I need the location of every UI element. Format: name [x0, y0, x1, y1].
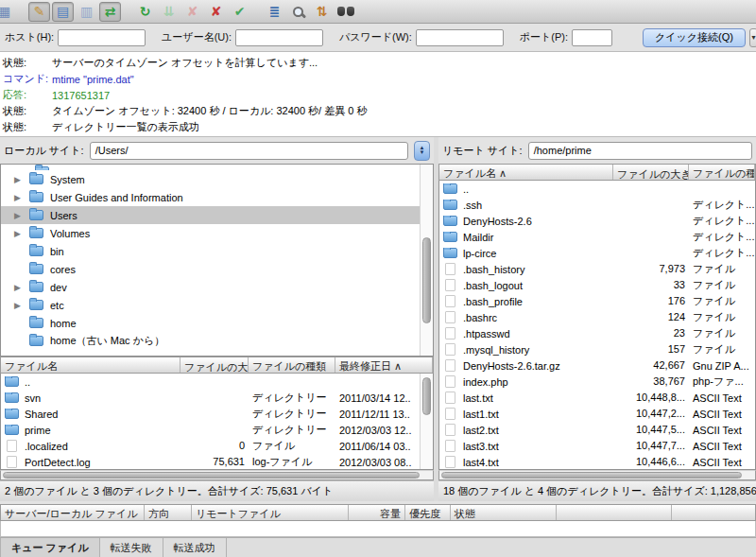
file-row[interactable]: .. [1, 374, 433, 390]
file-row[interactable]: .. [439, 181, 755, 197]
file-name: Maildir [463, 232, 493, 243]
column-header[interactable]: 状態 [451, 505, 557, 520]
tree-item[interactable]: System [1, 170, 433, 188]
column-header[interactable]: 方向 [145, 505, 192, 520]
expand-arrow-icon[interactable] [14, 193, 29, 202]
host-input[interactable] [58, 29, 146, 46]
file-row[interactable]: svnディレクトリー2011/03/14 12.. [1, 390, 433, 406]
filter-button[interactable]: ≣ [264, 2, 285, 22]
password-input[interactable] [416, 29, 504, 46]
file-row[interactable]: DenyHosts-2.6.tar.gz42,667Gnu ZIP A... [439, 357, 755, 374]
scrollbar-thumb[interactable] [441, 472, 742, 479]
tree-item[interactable]: cores [1, 260, 433, 278]
folder-icon [443, 216, 457, 226]
tree-item[interactable]: home（古い Mac から） [1, 332, 433, 350]
file-row[interactable]: Maildirディレクト... [439, 229, 755, 245]
directory-comparison-button[interactable] [287, 2, 309, 22]
queue-body [0, 521, 756, 537]
expand-arrow-icon[interactable] [14, 211, 29, 220]
remote-panel: リモート サイト: /home/prime ファイル名 ∧ファイルの大きファイル… [438, 137, 756, 501]
file-row[interactable]: last.txt10,448,8...ASCII Text [439, 390, 755, 406]
toggle-remote-tree-button[interactable]: ▥ [76, 2, 97, 22]
synchronized-browsing-button[interactable]: ⇅ [311, 2, 333, 22]
folder-icon [29, 282, 43, 292]
username-input[interactable] [235, 29, 323, 46]
tree-item[interactable]: home [1, 314, 433, 332]
remote-horizontal-scrollbar[interactable] [438, 470, 756, 480]
toggle-queue-button[interactable]: ⇄ [99, 2, 121, 22]
file-row[interactable]: .htpasswd23ファイル [439, 325, 755, 341]
file-row[interactable]: PortDetect.log75,631log-ファイル2012/03/03 0… [1, 454, 433, 470]
scrollbar-thumb[interactable] [422, 377, 431, 415]
find-files-button[interactable] [335, 2, 356, 22]
column-header[interactable]: ファイルの大き [613, 165, 689, 180]
local-list-scrollbar[interactable] [420, 374, 433, 469]
tree-item[interactable]: dev [1, 278, 433, 296]
file-row[interactable]: .localized0ファイル2011/06/14 03.. [1, 438, 433, 454]
column-header[interactable]: ファイルの種類 [249, 357, 335, 373]
column-header[interactable]: ファイルの大き [180, 357, 249, 373]
remote-site-combo[interactable]: /home/prime [528, 142, 752, 160]
local-site-stepper[interactable] [414, 141, 430, 161]
port-input[interactable] [572, 29, 612, 46]
column-header[interactable]: ファイル名 ∧ [439, 165, 613, 180]
file-type-cell: ファイル [689, 310, 755, 324]
file-name-cell: svn [1, 392, 180, 404]
tree-item[interactable]: Volumes [1, 224, 433, 242]
file-name-cell: lp-circe [439, 248, 613, 259]
remote-file-list-header: ファイル名 ∧ファイルの大きファイルの種類 [438, 164, 756, 181]
column-header[interactable]: 優先度 [405, 505, 451, 520]
file-row[interactable]: lp-circeディレクト... [439, 245, 755, 261]
disconnect-button[interactable]: ✘ [205, 2, 227, 22]
tree-item[interactable]: User Guides and Information [1, 188, 433, 206]
scrollbar-thumb[interactable] [422, 237, 431, 323]
expand-arrow-icon[interactable] [14, 229, 29, 238]
file-row[interactable]: .bash_profile176ファイル [439, 293, 755, 309]
file-name: index.php [463, 376, 508, 388]
file-row[interactable]: last2.txt10,447,5...ASCII Text [439, 422, 755, 438]
scrollbar-thumb[interactable] [3, 472, 420, 479]
file-row[interactable]: primeディレクトリー2012/03/03 12.. [1, 422, 433, 438]
column-header[interactable]: 容量 [349, 505, 405, 520]
file-row[interactable]: .bash_history7,973ファイル [439, 261, 755, 277]
file-row[interactable]: .sshディレクト... [439, 197, 755, 213]
toggle-local-tree-button[interactable]: ▤ [52, 2, 74, 22]
local-site-combo[interactable]: /Users/ [90, 142, 408, 160]
log-line-text: ディレクトリー一覧の表示成功 [52, 120, 199, 134]
expand-arrow-icon[interactable] [14, 283, 29, 292]
tree-item[interactable]: Users [1, 206, 433, 224]
local-horizontal-scrollbar[interactable] [0, 470, 434, 480]
file-row[interactable]: last1.txt10,447,2...ASCII Text [439, 406, 755, 422]
file-row[interactable]: .mysql_history157ファイル [439, 341, 755, 357]
file-row[interactable]: last3.txt10,447,7...ASCII Text [439, 438, 755, 454]
queue-tab[interactable]: 転送成功 [163, 538, 227, 557]
file-date-cell: 2011/12/11 13.. [335, 409, 433, 420]
file-row[interactable]: .bash_logout33ファイル [439, 277, 755, 293]
queue-tab[interactable]: キュー ファイル [0, 538, 100, 557]
cancel-button: ✘ [181, 2, 203, 22]
local-tree-scrollbar[interactable] [420, 165, 433, 356]
column-header[interactable]: 最終修正日 ∧ [335, 357, 433, 373]
quickconnect-dropdown-button[interactable] [749, 28, 756, 47]
file-row[interactable]: DenyHosts-2.6ディレクト... [439, 213, 755, 229]
tree-item[interactable]: etc [1, 296, 433, 314]
file-icon [445, 295, 455, 307]
file-row[interactable]: .bashrc124ファイル [439, 309, 755, 325]
column-header[interactable]: ファイル名 [1, 357, 180, 373]
expand-arrow-icon[interactable] [14, 175, 29, 184]
queue-tab[interactable]: 転送失敗 [100, 538, 163, 557]
file-row[interactable]: index.php38,767php-ファ... [439, 374, 755, 390]
refresh-button[interactable]: ↻ [134, 2, 156, 22]
file-row[interactable]: last4.txt10,446,6...ASCII Text [439, 454, 755, 470]
expand-arrow-icon[interactable] [14, 301, 29, 310]
tree-item[interactable]: bin [1, 242, 433, 260]
quickconnect-button[interactable]: クイック接続(Q) [643, 28, 746, 47]
site-manager-button[interactable]: ▦ [0, 2, 15, 22]
toggle-message-log-button[interactable]: ✎ [28, 2, 50, 22]
column-header[interactable]: ファイルの種類 [689, 165, 755, 180]
column-header[interactable]: サーバー/ローカル ファイル [1, 505, 145, 520]
file-row[interactable]: Sharedディレクトリー2011/12/11 13.. [1, 406, 433, 422]
column-header[interactable]: リモートファイル [192, 505, 349, 520]
local-status-text: 2 個のファイル と 3 個のディレクトリー。合計サイズ: 75,631 バイト [5, 484, 333, 498]
reconnect-button[interactable]: ✔ [229, 2, 250, 22]
